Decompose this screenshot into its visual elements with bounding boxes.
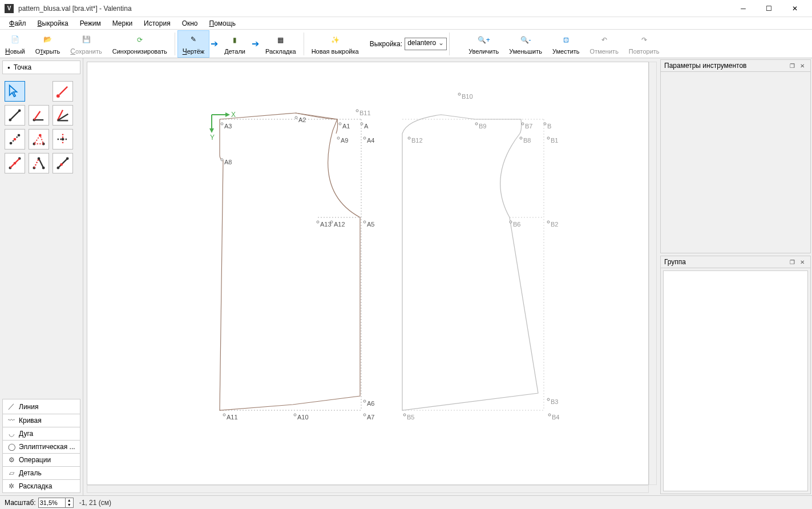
vertical-scrollbar[interactable]: [649, 62, 657, 485]
toolbar: 📄 Новый 📂 Открыть 💾 Сохранить ⟳ Синхрони…: [0, 30, 812, 58]
point-A6[interactable]: [363, 400, 366, 403]
minimize-button[interactable]: ─: [730, 0, 756, 17]
zoom-spin-down[interactable]: ▼: [65, 503, 73, 507]
mode-details-button[interactable]: ▮ Детали: [219, 30, 251, 58]
point-A10[interactable]: [294, 414, 297, 417]
point-A3[interactable]: [221, 123, 224, 126]
point-label-B8: B8: [523, 137, 531, 144]
point-B5[interactable]: [403, 414, 406, 417]
point-B12[interactable]: [408, 137, 411, 140]
point-label-B2: B2: [551, 221, 558, 228]
point-B6[interactable]: [510, 221, 512, 224]
category-operations[interactable]: ⚙Операции: [2, 453, 80, 467]
dock-close-button[interactable]: ✕: [798, 258, 807, 266]
zoom-fit-button[interactable]: ⊡ Уместить: [547, 30, 585, 58]
tool-segment[interactable]: [5, 105, 25, 126]
category-arc[interactable]: ◡Дуга: [2, 427, 80, 441]
mode-layout-button[interactable]: ▦ Раскладка: [260, 30, 301, 58]
point-B3[interactable]: [547, 398, 550, 401]
point-label-A4: A4: [367, 137, 374, 144]
close-button[interactable]: ✕: [782, 0, 807, 17]
point-A4[interactable]: [363, 137, 366, 140]
menu-help[interactable]: Помощь: [204, 18, 241, 29]
point-label-B9: B9: [479, 123, 486, 130]
point-A1[interactable]: [339, 123, 342, 126]
point-B11[interactable]: [356, 110, 359, 112]
menu-pattern[interactable]: Выкройка: [32, 18, 74, 29]
category-curve[interactable]: 〰Кривая: [2, 414, 80, 427]
point-B10[interactable]: [458, 93, 461, 96]
point-A9[interactable]: [337, 137, 340, 140]
svg-line-28: [34, 159, 39, 168]
redo-icon: ↷: [641, 33, 647, 47]
point-label-B6: B6: [513, 221, 520, 228]
point-label-B3: B3: [551, 398, 558, 405]
category-layout[interactable]: ✲Раскладка: [2, 479, 80, 493]
point-B7[interactable]: [522, 123, 524, 126]
tool-triangle[interactable]: [29, 129, 49, 150]
zoom-spinbox[interactable]: ▲ ▼: [38, 498, 74, 508]
point-A[interactable]: [361, 123, 363, 126]
drawing-canvas[interactable]: X Y: [87, 62, 649, 485]
pattern-label: Выкройка:: [370, 40, 402, 48]
tool-point-line[interactable]: [5, 153, 25, 173]
point-B[interactable]: [544, 123, 547, 126]
point-A5[interactable]: [363, 221, 366, 224]
open-button[interactable]: 📂 Открыть: [30, 30, 66, 58]
redo-button[interactable]: ↷ Повторить: [624, 30, 665, 58]
tool-midpoint[interactable]: [52, 153, 73, 173]
dock-close-button[interactable]: ✕: [798, 62, 807, 70]
svg-point-20: [62, 138, 64, 141]
zoom-out-button[interactable]: 🔍- Уменьшить: [504, 30, 547, 58]
tool-point-xy[interactable]: [29, 153, 49, 173]
tool-bisector[interactable]: [52, 105, 73, 126]
category-detail[interactable]: ▱Деталь: [2, 466, 80, 480]
line-icon: ／: [7, 402, 15, 411]
svg-point-24: [14, 162, 17, 165]
new-button[interactable]: 📄 Новый: [0, 30, 30, 58]
menu-mode[interactable]: Режим: [74, 18, 107, 29]
point-B9[interactable]: [475, 123, 478, 126]
point-B2[interactable]: [547, 221, 550, 224]
origin-marker: X Y: [212, 115, 236, 140]
point-B1[interactable]: [547, 137, 550, 140]
point-A7[interactable]: [363, 414, 366, 417]
save-button[interactable]: 💾 Сохранить: [65, 30, 107, 58]
tool-pointer[interactable]: [5, 81, 25, 102]
category-elliptical[interactable]: ◯Эллиптическая ...: [2, 440, 80, 454]
point-A11[interactable]: [223, 414, 226, 417]
menu-window[interactable]: Окно: [176, 18, 204, 29]
dock-float-button[interactable]: ❐: [787, 62, 797, 70]
zoom-in-button[interactable]: 🔍+ Увеличить: [463, 30, 504, 58]
point-A8[interactable]: [221, 159, 224, 161]
tool-intersection[interactable]: [52, 129, 73, 150]
tool-angle[interactable]: [29, 105, 49, 126]
menu-measurements[interactable]: Мерки: [107, 18, 138, 29]
tool-endpoint-line[interactable]: [52, 81, 73, 102]
svg-point-33: [60, 163, 63, 166]
mode-draw-button[interactable]: ✎ Чертёж: [177, 30, 210, 58]
point-A13[interactable]: [317, 221, 320, 224]
curve-icon: 〰: [7, 417, 15, 425]
menu-history[interactable]: История: [138, 18, 176, 29]
dock-params-body: [663, 74, 808, 251]
dock-group-body[interactable]: [663, 270, 808, 491]
point-A2[interactable]: [295, 116, 298, 119]
dock-float-button[interactable]: ❐: [787, 258, 797, 266]
point-B8[interactable]: [520, 137, 523, 140]
undo-button[interactable]: ↶ Отменить: [585, 30, 624, 58]
zoom-input[interactable]: [39, 498, 65, 507]
pattern-combo[interactable]: delantero: [405, 38, 447, 50]
zoom-spin-up[interactable]: ▲: [65, 498, 73, 503]
menu-file[interactable]: Файл: [3, 18, 32, 29]
tool-perpendicular[interactable]: [5, 129, 25, 150]
horizontal-scrollbar[interactable]: [87, 485, 649, 493]
tool-category-header[interactable]: Точка: [2, 60, 80, 74]
point-B4[interactable]: [548, 414, 551, 417]
svg-line-7: [34, 111, 41, 120]
sync-button[interactable]: ⟳ Синхронизировать: [107, 30, 172, 58]
maximize-button[interactable]: ☐: [756, 0, 782, 17]
new-icon: 📄: [11, 33, 19, 46]
category-line[interactable]: ／Линия: [2, 399, 80, 414]
new-pattern-button[interactable]: ✨ Новая выкройка: [306, 30, 364, 58]
